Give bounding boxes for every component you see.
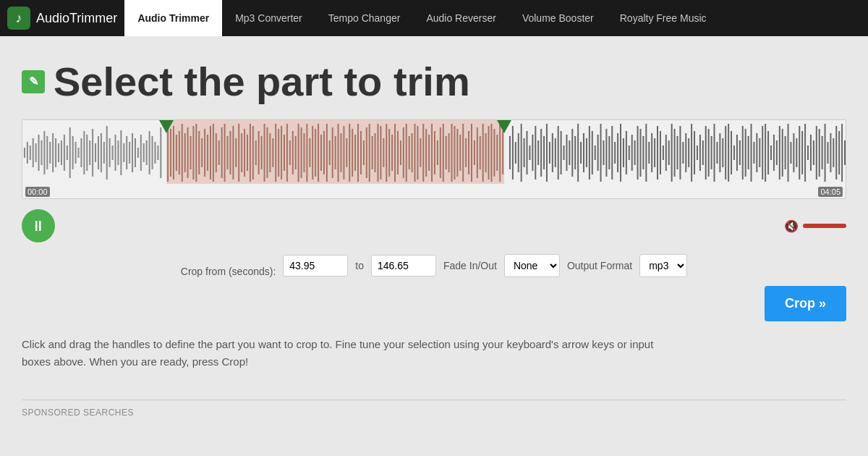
nav-item-volume-booster[interactable]: Volume Booster — [509, 0, 607, 36]
svg-rect-266 — [788, 124, 789, 182]
svg-rect-272 — [804, 124, 806, 182]
svg-rect-67 — [218, 140, 220, 165]
svg-rect-14 — [64, 135, 65, 171]
svg-rect-168 — [509, 136, 511, 169]
svg-rect-15 — [67, 145, 68, 160]
svg-rect-214 — [640, 129, 642, 177]
edit-icon: ✎ — [22, 70, 45, 93]
svg-rect-131 — [400, 140, 401, 165]
svg-rect-146 — [443, 124, 444, 182]
nav-item-tempo-changer[interactable]: Tempo Changer — [315, 0, 414, 36]
svg-rect-182 — [549, 142, 550, 164]
play-pause-button[interactable] — [22, 209, 55, 242]
crop-settings: Crop from (seconds): to Fade In/Out None… — [22, 254, 846, 277]
nav-item-audio-trimmer[interactable]: Audio Trimmer — [124, 0, 222, 36]
logo[interactable]: AudioTrimmer — [7, 7, 117, 30]
nav-item-mp3-converter[interactable]: Mp3 Converter — [222, 0, 315, 36]
crop-from-input[interactable] — [283, 255, 348, 276]
page-title: Select the part to trim — [54, 58, 470, 105]
svg-rect-219 — [654, 138, 655, 167]
svg-rect-218 — [651, 133, 652, 172]
svg-rect-175 — [529, 145, 530, 160]
svg-rect-104 — [323, 131, 325, 174]
svg-rect-28 — [103, 142, 105, 164]
svg-rect-149 — [451, 124, 453, 182]
svg-rect-247 — [733, 145, 735, 160]
svg-rect-94 — [295, 136, 297, 169]
svg-rect-155 — [468, 131, 469, 174]
svg-rect-237 — [705, 126, 707, 180]
svg-rect-13 — [61, 140, 62, 165]
controls-row: 🔇 — [22, 209, 846, 242]
svg-rect-6 — [41, 140, 43, 165]
svg-rect-4 — [35, 143, 37, 162]
crop-button[interactable]: Crop » — [765, 286, 846, 321]
svg-rect-270 — [799, 126, 800, 180]
svg-rect-229 — [682, 142, 684, 164]
time-start: 00:00 — [25, 187, 50, 197]
svg-rect-162 — [488, 126, 490, 180]
svg-rect-282 — [833, 138, 834, 167]
svg-rect-158 — [477, 127, 478, 178]
svg-rect-248 — [736, 135, 738, 171]
svg-rect-125 — [383, 138, 384, 167]
help-text: Click and drag the handles to define the… — [22, 336, 673, 371]
svg-rect-136 — [414, 124, 416, 182]
svg-rect-90 — [284, 135, 285, 171]
svg-rect-36 — [126, 136, 127, 169]
svg-rect-52 — [176, 135, 177, 171]
svg-rect-77 — [247, 135, 248, 171]
svg-rect-40 — [137, 148, 139, 158]
svg-rect-129 — [394, 124, 396, 182]
volume-bar[interactable] — [803, 224, 846, 228]
svg-rect-277 — [819, 129, 820, 177]
svg-rect-228 — [679, 126, 681, 180]
output-format-label: Output Format — [567, 260, 632, 271]
svg-rect-185 — [558, 126, 559, 180]
svg-rect-224 — [668, 140, 670, 165]
svg-rect-10 — [52, 133, 54, 172]
svg-rect-233 — [694, 131, 695, 174]
svg-rect-50 — [170, 129, 171, 177]
svg-rect-257 — [762, 126, 763, 180]
handle-right[interactable] — [497, 120, 511, 133]
nav-item-audio-reverser[interactable]: Audio Reverser — [413, 0, 509, 36]
handle-left[interactable] — [159, 120, 174, 133]
nav-item-royalty-free-music[interactable]: Royalty Free Music — [607, 0, 720, 36]
svg-rect-150 — [454, 126, 455, 180]
output-format-select[interactable]: mp3 wav ogg m4a — [639, 254, 687, 277]
svg-rect-206 — [617, 133, 618, 172]
svg-rect-198 — [595, 145, 596, 160]
svg-rect-0 — [24, 148, 25, 158]
svg-rect-212 — [634, 140, 636, 165]
svg-rect-100 — [312, 126, 313, 180]
svg-rect-42 — [143, 143, 145, 162]
volume-icon[interactable]: 🔇 — [784, 219, 799, 233]
svg-rect-30 — [109, 138, 111, 167]
fade-select[interactable]: None In Out In/Out — [504, 254, 560, 277]
svg-rect-3 — [33, 138, 34, 167]
svg-rect-160 — [482, 124, 484, 182]
svg-rect-22 — [86, 135, 88, 171]
svg-rect-193 — [580, 142, 582, 164]
svg-rect-63 — [207, 135, 208, 171]
svg-rect-19 — [78, 148, 80, 158]
svg-rect-80 — [255, 140, 257, 165]
svg-rect-62 — [204, 129, 205, 177]
svg-rect-144 — [437, 140, 438, 165]
svg-rect-137 — [417, 126, 418, 180]
svg-rect-271 — [801, 131, 803, 174]
svg-rect-82 — [261, 136, 263, 169]
waveform-svg — [22, 120, 846, 185]
svg-rect-251 — [745, 129, 746, 177]
svg-rect-227 — [677, 136, 678, 169]
svg-rect-89 — [281, 126, 282, 180]
waveform-container[interactable]: 00:00 04:05 — [22, 119, 846, 199]
svg-rect-256 — [759, 138, 760, 167]
fade-label: Fade In/Out — [443, 260, 497, 271]
svg-rect-244 — [725, 126, 726, 180]
crop-to-input[interactable] — [371, 255, 436, 276]
svg-rect-127 — [388, 129, 390, 177]
svg-rect-35 — [123, 143, 124, 162]
svg-rect-163 — [490, 124, 492, 182]
